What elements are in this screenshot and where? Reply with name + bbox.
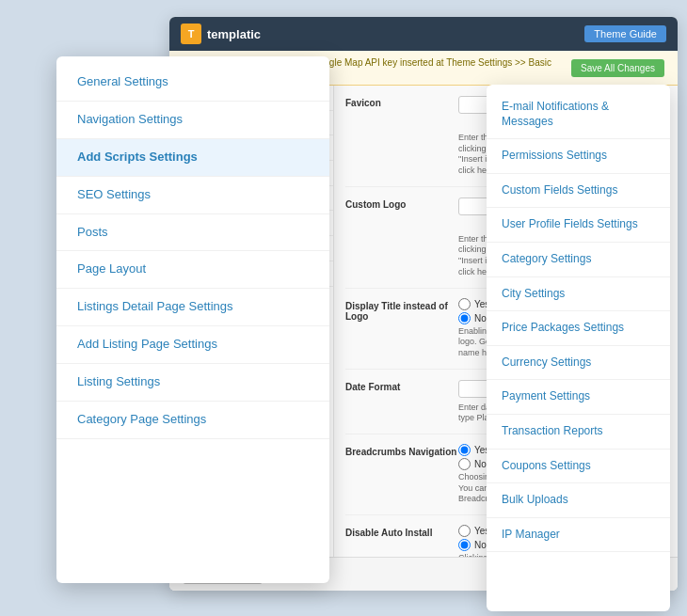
left-nav-list: General SettingsNavigation SettingsAdd S… [56, 56, 329, 447]
left-nav-item-8[interactable]: Listing Settings [56, 364, 329, 402]
right-panel-nav-item-10[interactable]: Coupons Settings [487, 450, 670, 484]
left-nav-item-7[interactable]: Add Listing Page Settings [56, 326, 329, 364]
right-panel-nav-item-4[interactable]: Category Settings [487, 243, 670, 277]
right-nav-list: E-mail Notifications & MessagesPermissio… [487, 85, 670, 558]
right-panel-nav-item-7[interactable]: Currency Settings [487, 346, 670, 381]
left-nav-item-6[interactable]: Listings Detail Page Settings [56, 289, 329, 326]
logo: T templatic [181, 24, 261, 44]
front-panel: General SettingsNavigation SettingsAdd S… [56, 56, 329, 583]
right-panel-nav-item-1[interactable]: Permissions Settings [487, 139, 670, 174]
form-label: Date Format [345, 379, 458, 424]
left-nav-item-4[interactable]: Posts [56, 214, 329, 252]
right-panel-nav-item-6[interactable]: Price Packages Settings [487, 311, 670, 346]
right-panel: E-mail Notifications & MessagesPermissio… [487, 85, 670, 611]
right-panel-nav-item-8[interactable]: Payment Settings [487, 380, 670, 415]
right-panel-nav-item-12[interactable]: IP Manager [487, 518, 670, 553]
form-label: Breadcrumbs Navigation [345, 444, 458, 505]
save-all-changes-top-button[interactable]: Save All Changes [571, 59, 664, 77]
left-nav-item-0[interactable]: General Settings [56, 64, 329, 102]
logo-text: templatic [207, 27, 261, 41]
right-panel-nav-item-2[interactable]: Custom Fields Settings [487, 174, 670, 209]
right-panel-nav-item-3[interactable]: User Profile Fields Settings [487, 208, 670, 243]
form-label: Display Title instead of Logo [345, 298, 458, 359]
right-panel-nav-item-5[interactable]: City Settings [487, 277, 670, 312]
right-panel-nav-item-9[interactable]: Transaction Reports [487, 415, 670, 450]
right-panel-nav-item-0[interactable]: E-mail Notifications & Messages [487, 90, 670, 139]
left-nav-item-3[interactable]: SEO Settings [56, 177, 329, 214]
top-bar: T templatic Theme Guide [169, 17, 678, 51]
theme-guide-button[interactable]: Theme Guide [584, 25, 666, 42]
left-nav-item-1[interactable]: Navigation Settings [56, 102, 329, 139]
form-label: Favicon [345, 95, 458, 177]
left-nav-item-9[interactable]: Category Page Settings [56, 402, 329, 439]
logo-icon: T [181, 24, 201, 44]
left-nav-item-5[interactable]: Page Layout [56, 251, 329, 289]
left-nav-item-2[interactable]: Add Scripts Settings [56, 139, 329, 177]
form-label: Custom Logo [345, 197, 458, 278]
right-panel-nav-item-11[interactable]: Bulk Uploads [487, 483, 670, 518]
